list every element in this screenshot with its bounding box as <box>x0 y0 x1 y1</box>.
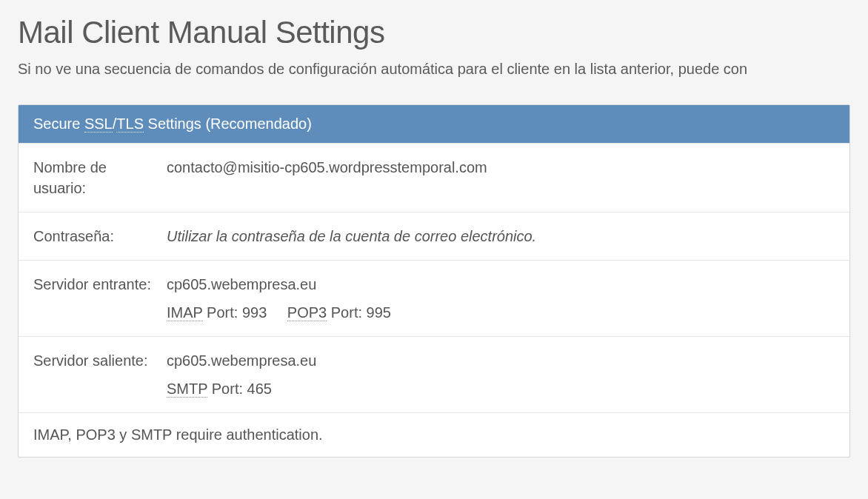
row-password: Contraseña: Utilizar la contraseña de la… <box>19 212 849 260</box>
imap-port: 993 <box>242 304 267 321</box>
row-username-value: contacto@misitio-cp605.wordpresstemporal… <box>167 157 849 198</box>
smtp-abbr: SMTP <box>167 381 207 398</box>
row-password-value-text: Utilizar la contraseña de la cuenta de c… <box>167 228 536 244</box>
incoming-host: cp605.webempresa.eu <box>167 274 835 295</box>
pop3-abbr: POP3 <box>287 304 327 321</box>
row-outgoing: Servidor saliente: cp605.webempresa.eu S… <box>19 336 849 412</box>
row-username: Nombre de usuario: contacto@misitio-cp60… <box>19 143 849 212</box>
smtp-port-label: Port: <box>207 381 247 397</box>
panel-header-prefix: Secure <box>33 115 84 132</box>
outgoing-host: cp605.webempresa.eu <box>167 350 835 371</box>
panel-header-suffix: Settings (Recomendado) <box>144 115 312 132</box>
imap-abbr: IMAP <box>167 304 203 321</box>
settings-panel: Secure SSL/TLS Settings (Recomendado) No… <box>18 104 850 458</box>
pop3-port-label: Port: <box>327 304 366 321</box>
pop3-port: 995 <box>367 304 391 321</box>
smtp-port: 465 <box>247 381 272 397</box>
row-incoming-label: Servidor entrante: <box>19 274 167 323</box>
row-username-label: Nombre de usuario: <box>19 157 167 198</box>
row-incoming-value: cp605.webempresa.eu IMAP Port: 993 POP3 … <box>167 274 849 323</box>
row-outgoing-value: cp605.webempresa.eu SMTP Port: 465 <box>167 350 849 399</box>
imap-port-line: IMAP Port: 993 <box>167 302 267 323</box>
smtp-port-line: SMTP Port: 465 <box>167 378 272 399</box>
row-outgoing-label: Servidor saliente: <box>19 350 167 399</box>
pop3-port-line: POP3 Port: 995 <box>287 302 391 323</box>
ssl-abbr: SSL <box>84 115 113 133</box>
page-subtitle: Si no ve una secuencia de comandos de co… <box>18 61 850 78</box>
row-incoming: Servidor entrante: cp605.webempresa.eu I… <box>19 260 849 336</box>
tls-abbr: TLS <box>116 115 144 133</box>
imap-port-label: Port: <box>203 304 242 321</box>
panel-header: Secure SSL/TLS Settings (Recomendado) <box>19 105 849 143</box>
row-password-value: Utilizar la contraseña de la cuenta de c… <box>167 226 849 247</box>
row-password-label: Contraseña: <box>19 226 167 247</box>
panel-footer: IMAP, POP3 y SMTP require authentication… <box>19 412 849 457</box>
page-title: Mail Client Manual Settings <box>18 15 850 50</box>
